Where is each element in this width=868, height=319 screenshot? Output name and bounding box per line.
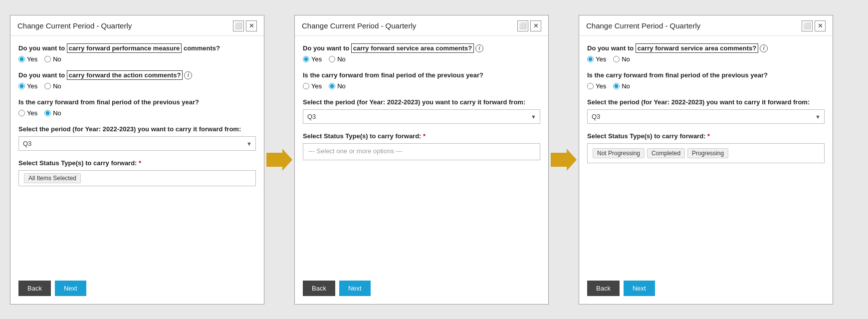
dialog-2-status-placeholder[interactable]: --- Select one or more options --- [303, 143, 540, 160]
highlight-box-d3f1: carry forward service area comments? [636, 43, 758, 53]
dialog-3-status-tags-box[interactable]: Not Progressing Completed Progressing [587, 143, 825, 163]
dialog-2-next-btn[interactable]: Next [339, 281, 371, 296]
dialog-1-back-btn[interactable]: Back [18, 281, 51, 296]
dialog-3-close-btn[interactable]: ✕ [815, 20, 826, 31]
dialog-1-period-select-wrapper: Q1 Q2 Q3 Q4 ▼ [18, 136, 256, 151]
dialog-2-period-select-wrapper: Q1 Q2 Q3 Q4 ▼ [303, 109, 540, 124]
highlight-box-1: carry forward performance measure [67, 43, 182, 53]
dialog-2-field-4: Select Status Type(s) to carry forward: … [303, 132, 540, 160]
dialog-3-maximize-btn[interactable]: ⬜ [802, 20, 813, 31]
dialog-1-field-1-label: Do you want to carry forward performance… [18, 44, 256, 53]
dialog-3-back-btn[interactable]: Back [587, 281, 620, 296]
dialog-1-field-3-radios: Yes No [18, 109, 256, 117]
dialog-3-title: Change Current Period - Quarterly [586, 21, 700, 30]
status-tag-completed: Completed [647, 148, 685, 158]
dialog-3-field-1-yes[interactable]: Yes [587, 55, 606, 63]
dialog-2-period-select[interactable]: Q1 Q2 Q3 Q4 [303, 109, 540, 124]
dialog-1-field-2-radios: Yes No [18, 82, 256, 90]
dialog-1-field-2-yes[interactable]: Yes [18, 82, 37, 90]
dialog-2-field-1-radios: Yes No [303, 55, 540, 63]
arrow-icon-1 [266, 149, 292, 171]
dialog-3-field-2-no[interactable]: No [613, 82, 630, 90]
dialog-1-field-5: Select Status Type(s) to carry forward: … [18, 159, 256, 186]
dialog-3-next-btn[interactable]: Next [624, 281, 655, 296]
dialog-1-next-btn[interactable]: Next [55, 281, 86, 296]
dialog-3-period-select-wrapper: Q1 Q2 Q3 Q4 ▼ [587, 109, 825, 124]
dialog-2-controls: ⬜ ✕ [517, 20, 541, 31]
label-before-2: Do you want to [18, 71, 67, 79]
info-icon-3[interactable]: i [760, 44, 768, 52]
dialog-1-field-3-label: Is the carry forward from final period o… [18, 98, 256, 107]
dialog-1-field-4: Select the period (for Year: 2022-2023) … [18, 125, 256, 151]
dialog-1-close-btn[interactable]: ✕ [246, 20, 257, 31]
dialog-3-field-1-no[interactable]: No [613, 55, 630, 63]
dialog-3-header: Change Current Period - Quarterly ⬜ ✕ [579, 15, 833, 36]
dialog-3-field-1-label: Do you want to carry forward service are… [587, 44, 825, 53]
dialog-3-body: Do you want to carry forward service are… [579, 36, 833, 275]
arrow-connector-2 [549, 149, 579, 171]
page-wrapper: Change Current Period - Quarterly ⬜ ✕ Do… [10, 15, 858, 305]
dialog-3-field-3: Select the period (for Year: 2022-2023) … [587, 98, 825, 124]
required-star-2: * [423, 132, 426, 140]
dialog-2-close-btn[interactable]: ✕ [530, 20, 541, 31]
dialog-3-field-1: Do you want to carry forward service are… [587, 44, 825, 63]
dialog-3-field-4-label: Select Status Type(s) to carry forward: … [587, 132, 825, 141]
dialog-1-field-1-yes[interactable]: Yes [18, 55, 37, 63]
required-star-3: * [707, 132, 710, 140]
dialog-3-field-2-yes[interactable]: Yes [587, 82, 606, 90]
dialog-2-field-2-radios: Yes No [303, 82, 540, 90]
dialog-1-field-1-radios: Yes No [18, 55, 256, 63]
dialog-1-status-box[interactable]: All Items Selected [18, 170, 256, 186]
dialog-2-field-2-no[interactable]: No [329, 82, 346, 90]
dialog-1-field-2-no[interactable]: No [44, 82, 61, 90]
dialog-3-field-1-radios: Yes No [587, 55, 825, 63]
dialog-3-field-4: Select Status Type(s) to carry forward: … [587, 132, 825, 163]
highlight-box-d2f1: carry forward service area comments? [351, 43, 474, 53]
label-before-d2f1: Do you want to [303, 44, 351, 52]
dialog-2-title: Change Current Period - Quarterly [302, 21, 416, 30]
dialog-2-header: Change Current Period - Quarterly ⬜ ✕ [295, 15, 548, 36]
dialog-3-field-2-radios: Yes No [587, 82, 825, 90]
dialog-2-field-2-label: Is the carry forward from final period o… [303, 71, 540, 80]
highlight-box-2: carry forward the action comments? [67, 70, 183, 80]
dialog-3: Change Current Period - Quarterly ⬜ ✕ Do… [579, 15, 833, 305]
dialog-1-header: Change Current Period - Quarterly ⬜ ✕ [10, 15, 264, 36]
required-star-1: * [139, 159, 141, 167]
dialog-1-field-5-label: Select Status Type(s) to carry forward: … [18, 159, 256, 168]
status-tag-progressing: Progressing [687, 148, 728, 158]
status-tag-not-progressing: Not Progressing [593, 148, 645, 158]
arrow-icon-2 [551, 149, 577, 171]
label-after-1: comments? [182, 44, 220, 52]
info-icon-1[interactable]: i [184, 71, 192, 79]
status-placeholder-text: --- Select one or more options --- [308, 147, 403, 155]
dialog-1-body: Do you want to carry forward performance… [10, 36, 264, 275]
dialog-1-period-select[interactable]: Q1 Q2 Q3 Q4 [18, 136, 256, 151]
dialog-2-field-4-label: Select Status Type(s) to carry forward: … [303, 132, 540, 141]
dialog-2-maximize-btn[interactable]: ⬜ [517, 20, 528, 31]
dialog-2-field-1-yes[interactable]: Yes [303, 55, 322, 63]
dialog-1: Change Current Period - Quarterly ⬜ ✕ Do… [10, 15, 264, 305]
dialog-2-back-btn[interactable]: Back [303, 281, 335, 296]
dialog-1-field-1-no[interactable]: No [44, 55, 61, 63]
dialog-1-field-1: Do you want to carry forward performance… [18, 44, 256, 63]
dialog-1-field-2: Do you want to carry forward the action … [18, 71, 256, 90]
dialog-1-field-3-no[interactable]: No [44, 109, 61, 117]
dialog-1-maximize-btn[interactable]: ⬜ [233, 20, 244, 31]
dialog-2-field-3: Select the period (for Year: 2022-2023) … [303, 98, 540, 124]
dialog-1-field-3-yes[interactable]: Yes [18, 109, 37, 117]
label-before-1: Do you want to [18, 44, 67, 52]
dialog-2-footer: Back Next [295, 275, 548, 304]
dialog-3-period-select[interactable]: Q1 Q2 Q3 Q4 [587, 109, 825, 124]
info-icon-2[interactable]: i [475, 44, 483, 52]
dialog-3-field-3-label: Select the period (for Year: 2022-2023) … [587, 98, 825, 107]
dialog-1-title: Change Current Period - Quarterly [17, 21, 132, 30]
dialog-3-footer: Back Next [579, 275, 833, 304]
dialog-2-field-1: Do you want to carry forward service are… [303, 44, 540, 63]
arrow-connector-1 [264, 149, 294, 171]
dialog-2-field-1-no[interactable]: No [329, 55, 346, 63]
dialog-2-field-2-yes[interactable]: Yes [303, 82, 322, 90]
dialog-2: Change Current Period - Quarterly ⬜ ✕ Do… [294, 15, 549, 305]
dialog-2-body: Do you want to carry forward service are… [295, 36, 548, 275]
dialog-1-field-2-label: Do you want to carry forward the action … [18, 71, 256, 80]
dialog-2-field-1-label: Do you want to carry forward service are… [303, 44, 540, 53]
